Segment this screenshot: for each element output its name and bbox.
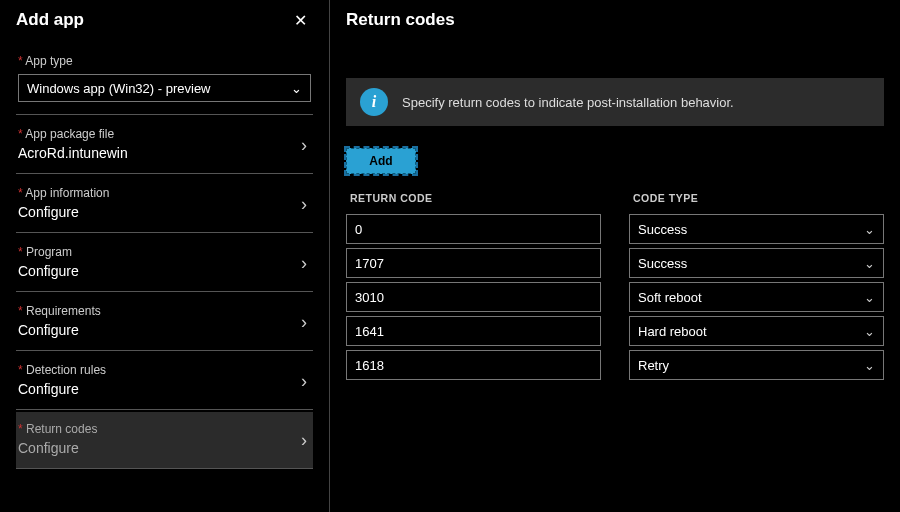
section-label: Requirements bbox=[18, 304, 311, 318]
info-text: Specify return codes to indicate post-in… bbox=[402, 95, 734, 110]
code-type-select[interactable]: Hard reboot ⌄ bbox=[629, 316, 884, 346]
column-code-type: CODE TYPE Success ⌄ Success ⌄ Soft reboo… bbox=[629, 184, 884, 384]
section-label: App type bbox=[18, 54, 311, 68]
section-return-codes[interactable]: Return codes Configure › bbox=[16, 412, 313, 469]
return-codes-grid: RETURN CODE 0 1707 3010 1641 1618 CODE T… bbox=[346, 184, 884, 384]
return-code-input[interactable]: 1618 bbox=[346, 350, 601, 380]
column-header: RETURN CODE bbox=[346, 184, 601, 214]
chevron-down-icon: ⌄ bbox=[864, 256, 875, 271]
add-app-panel: Add app ✕ App type Windows app (Win32) -… bbox=[0, 0, 330, 512]
code-type-select[interactable]: Soft reboot ⌄ bbox=[629, 282, 884, 312]
section-value: Configure bbox=[18, 204, 79, 220]
section-value: Configure bbox=[18, 381, 79, 397]
select-value: Hard reboot bbox=[638, 324, 707, 339]
section-detection-rules[interactable]: Detection rules Configure › bbox=[16, 353, 313, 410]
chevron-down-icon: ⌄ bbox=[864, 222, 875, 237]
column-header: CODE TYPE bbox=[629, 184, 884, 214]
chevron-right-icon: › bbox=[301, 253, 307, 274]
code-type-select[interactable]: Success ⌄ bbox=[629, 248, 884, 278]
chevron-down-icon: ⌄ bbox=[864, 324, 875, 339]
section-app-information[interactable]: App information Configure › bbox=[16, 176, 313, 233]
chevron-right-icon: › bbox=[301, 194, 307, 215]
section-label: App package file bbox=[18, 127, 311, 141]
return-codes-panel: Return codes i Specify return codes to i… bbox=[330, 0, 900, 512]
section-label: Detection rules bbox=[18, 363, 311, 377]
info-banner: i Specify return codes to indicate post-… bbox=[346, 78, 884, 126]
section-program[interactable]: Program Configure › bbox=[16, 235, 313, 292]
panel-header: Return codes bbox=[346, 0, 884, 40]
info-icon: i bbox=[360, 88, 388, 116]
section-requirements[interactable]: Requirements Configure › bbox=[16, 294, 313, 351]
section-value: AcroRd.intunewin bbox=[18, 145, 128, 161]
section-label: Program bbox=[18, 245, 311, 259]
section-value: Configure bbox=[18, 440, 79, 456]
close-icon[interactable]: ✕ bbox=[288, 7, 313, 34]
panel-title: Return codes bbox=[346, 10, 455, 30]
chevron-right-icon: › bbox=[301, 312, 307, 333]
select-value: Success bbox=[638, 222, 687, 237]
return-code-input[interactable]: 3010 bbox=[346, 282, 601, 312]
panel-header: Add app ✕ bbox=[0, 0, 329, 40]
section-app-package-file[interactable]: App package file AcroRd.intunewin › bbox=[16, 117, 313, 174]
return-code-input[interactable]: 1641 bbox=[346, 316, 601, 346]
add-button[interactable]: Add bbox=[346, 148, 416, 174]
section-value: Configure bbox=[18, 263, 79, 279]
chevron-down-icon: ⌄ bbox=[291, 81, 302, 96]
select-value: Soft reboot bbox=[638, 290, 702, 305]
section-value: Configure bbox=[18, 322, 79, 338]
dropdown-value: Windows app (Win32) - preview bbox=[27, 81, 211, 96]
section-app-type[interactable]: App type Windows app (Win32) - preview ⌄ bbox=[16, 48, 313, 115]
app-type-dropdown[interactable]: Windows app (Win32) - preview ⌄ bbox=[18, 74, 311, 102]
chevron-down-icon: ⌄ bbox=[864, 290, 875, 305]
chevron-right-icon: › bbox=[301, 135, 307, 156]
section-label: Return codes bbox=[18, 422, 311, 436]
chevron-down-icon: ⌄ bbox=[864, 358, 875, 373]
select-value: Success bbox=[638, 256, 687, 271]
column-return-code: RETURN CODE 0 1707 3010 1641 1618 bbox=[346, 184, 601, 384]
chevron-right-icon: › bbox=[301, 371, 307, 392]
return-code-input[interactable]: 0 bbox=[346, 214, 601, 244]
section-label: App information bbox=[18, 186, 311, 200]
return-code-input[interactable]: 1707 bbox=[346, 248, 601, 278]
code-type-select[interactable]: Success ⌄ bbox=[629, 214, 884, 244]
panel-title: Add app bbox=[16, 10, 84, 30]
chevron-right-icon: › bbox=[301, 430, 307, 451]
select-value: Retry bbox=[638, 358, 669, 373]
sections-list: App type Windows app (Win32) - preview ⌄… bbox=[0, 40, 329, 469]
code-type-select[interactable]: Retry ⌄ bbox=[629, 350, 884, 380]
